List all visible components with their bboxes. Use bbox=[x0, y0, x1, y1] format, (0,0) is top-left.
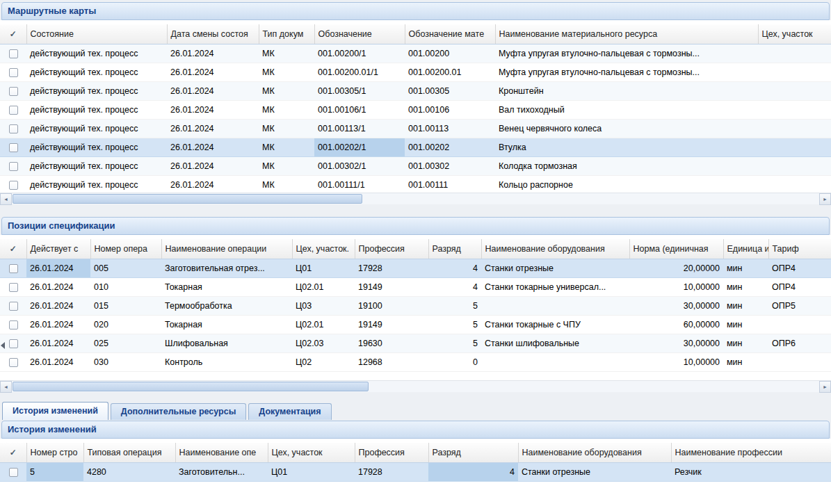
table-cell[interactable]: 020 bbox=[90, 316, 161, 334]
table-cell[interactable]: 025 bbox=[90, 334, 161, 353]
select-all-header[interactable]: ✓ bbox=[0, 24, 26, 44]
table-cell[interactable]: 5 bbox=[428, 334, 481, 353]
table-cell[interactable]: МК bbox=[259, 44, 314, 63]
table-cell[interactable]: Венец червячного колеса bbox=[495, 120, 758, 138]
table-cell[interactable]: 10,00000 bbox=[629, 353, 723, 372]
table-cell[interactable]: 001.00200 bbox=[405, 44, 495, 63]
table-cell[interactable]: 17928 bbox=[355, 259, 428, 278]
table-cell[interactable]: 19149 bbox=[355, 278, 428, 297]
table-cell[interactable]: действующий тех. процесс bbox=[26, 82, 167, 101]
row-checkbox[interactable] bbox=[9, 68, 18, 77]
scroll-right-button[interactable]: ► bbox=[819, 381, 831, 393]
row-checkbox-cell[interactable] bbox=[0, 259, 26, 278]
col-header-state-change-date[interactable]: Дата смены состоя bbox=[167, 24, 259, 44]
table-cell[interactable] bbox=[768, 353, 831, 372]
table-cell[interactable]: МК bbox=[259, 63, 314, 82]
table-cell[interactable] bbox=[481, 353, 629, 372]
row-checkbox[interactable] bbox=[9, 320, 18, 330]
table-row[interactable]: действующий тех. процесс26.01.2024МК001.… bbox=[0, 157, 831, 176]
table-cell[interactable] bbox=[758, 176, 831, 193]
table-cell[interactable]: мин bbox=[723, 259, 768, 278]
table-cell[interactable]: МК bbox=[259, 120, 314, 138]
table-cell[interactable]: 010 bbox=[90, 278, 161, 297]
col-header-unit[interactable]: Единица и bbox=[723, 239, 768, 259]
table-row[interactable]: действующий тех. процесс26.01.2024МК001.… bbox=[0, 44, 831, 63]
table-cell[interactable]: 10,00000 bbox=[629, 278, 723, 297]
table-cell[interactable]: Ц01 bbox=[292, 259, 355, 278]
table-cell[interactable]: 26.01.2024 bbox=[26, 316, 90, 334]
table-cell[interactable]: 030 bbox=[90, 353, 161, 372]
route-maps-horizontal-scrollbar[interactable]: ◄ ► bbox=[0, 193, 831, 204]
table-cell[interactable]: 26.01.2024 bbox=[26, 297, 90, 316]
table-cell[interactable]: Заготовительн... bbox=[175, 463, 268, 482]
table-cell[interactable]: действующий тех. процесс bbox=[26, 120, 167, 138]
row-checkbox-cell[interactable] bbox=[0, 463, 26, 482]
spec-positions-horizontal-scrollbar[interactable]: ◄ ► bbox=[0, 380, 831, 392]
table-cell[interactable]: МК bbox=[259, 138, 314, 157]
col-header-profession[interactable]: Профессия bbox=[355, 239, 428, 259]
collapse-panel-arrow-icon[interactable] bbox=[1, 342, 5, 349]
table-cell[interactable]: мин bbox=[723, 297, 768, 316]
col-header-grade[interactable]: Разряд bbox=[428, 443, 518, 462]
col-header-norm[interactable]: Норма (единичная bbox=[629, 239, 723, 259]
table-cell[interactable]: Муфта упругая втулочно-пальцевая с тормо… bbox=[495, 44, 758, 63]
table-row[interactable]: действующий тех. процесс26.01.2024МК001.… bbox=[0, 120, 831, 138]
table-cell[interactable]: 001.00113 bbox=[405, 120, 495, 138]
row-checkbox-cell[interactable] bbox=[0, 157, 26, 176]
table-cell[interactable]: 001.00200.01 bbox=[405, 63, 495, 82]
table-cell[interactable]: 60,00000 bbox=[629, 316, 723, 334]
table-row[interactable]: действующий тех. процесс26.01.2024МК001.… bbox=[0, 101, 831, 120]
table-cell[interactable]: 4 bbox=[428, 463, 518, 482]
col-header-grade[interactable]: Разряд bbox=[428, 239, 481, 259]
select-all-header[interactable]: ✓ bbox=[0, 239, 26, 259]
table-cell[interactable]: 26.01.2024 bbox=[167, 138, 259, 157]
table-cell[interactable]: Станки токарные универсал... bbox=[481, 278, 629, 297]
table-cell[interactable]: мин bbox=[723, 334, 768, 353]
table-cell[interactable]: ОПР5 bbox=[768, 297, 831, 316]
table-cell[interactable]: Термообработка bbox=[161, 297, 292, 316]
col-header-operation-number[interactable]: Номер опера bbox=[90, 239, 161, 259]
table-cell[interactable]: мин bbox=[723, 278, 768, 297]
row-checkbox-cell[interactable] bbox=[0, 353, 26, 372]
table-cell[interactable]: Резчик bbox=[671, 463, 831, 482]
table-cell[interactable]: Ц03 bbox=[292, 297, 355, 316]
select-all-header[interactable]: ✓ bbox=[0, 443, 26, 462]
table-cell[interactable]: ОПР6 bbox=[768, 334, 831, 353]
table-cell[interactable]: 26.01.2024 bbox=[167, 120, 259, 138]
table-row[interactable]: действующий тех. процесс26.01.2024МК001.… bbox=[0, 176, 831, 193]
row-checkbox[interactable] bbox=[9, 302, 18, 311]
table-cell[interactable]: мин bbox=[723, 353, 768, 372]
col-header-material-designation[interactable]: Обозначение мате bbox=[405, 24, 495, 44]
table-cell[interactable]: 26.01.2024 bbox=[167, 82, 259, 101]
table-cell[interactable]: Ц02 bbox=[292, 353, 355, 372]
table-cell[interactable]: действующий тех. процесс bbox=[26, 63, 167, 82]
table-cell[interactable]: 26.01.2024 bbox=[167, 157, 259, 176]
table-cell[interactable]: 001.00106 bbox=[405, 101, 495, 120]
table-cell[interactable]: действующий тех. процесс bbox=[26, 138, 167, 157]
table-cell[interactable]: 005 bbox=[90, 259, 161, 278]
col-header-designation[interactable]: Обозначение bbox=[314, 24, 405, 44]
table-cell[interactable]: 26.01.2024 bbox=[26, 334, 90, 353]
table-cell[interactable]: 001.00305/1 bbox=[314, 82, 405, 101]
table-cell[interactable]: 001.00200.01/1 bbox=[314, 63, 405, 82]
row-checkbox[interactable] bbox=[9, 339, 18, 348]
table-cell[interactable]: действующий тех. процесс bbox=[26, 44, 167, 63]
table-cell[interactable]: 19100 bbox=[355, 297, 428, 316]
col-header-operation-name[interactable]: Наименование операции bbox=[161, 239, 292, 259]
table-row[interactable]: 54280Заготовительн...Ц01179284Станки отр… bbox=[0, 463, 831, 482]
scroll-left-button[interactable]: ◄ bbox=[0, 193, 12, 205]
table-cell[interactable]: 12968 bbox=[355, 353, 428, 372]
table-cell[interactable]: Муфта упругая втулочно-пальцевая с тормо… bbox=[495, 63, 758, 82]
table-cell[interactable]: действующий тех. процесс bbox=[26, 176, 167, 193]
table-cell[interactable]: действующий тех. процесс bbox=[26, 157, 167, 176]
row-checkbox-cell[interactable] bbox=[0, 297, 26, 316]
table-cell[interactable]: Станки отрезные bbox=[481, 259, 629, 278]
row-checkbox[interactable] bbox=[9, 49, 18, 58]
table-cell[interactable]: Контроль bbox=[161, 353, 292, 372]
table-cell[interactable]: 30,00000 bbox=[629, 297, 723, 316]
col-header-state[interactable]: Состояние bbox=[26, 24, 167, 44]
table-cell[interactable]: 19630 bbox=[355, 334, 428, 353]
table-cell[interactable]: Колодка тормозная bbox=[495, 157, 758, 176]
row-checkbox[interactable] bbox=[9, 106, 18, 115]
table-row[interactable]: 26.01.2024020ТокарнаяЦ02.01191495Станки … bbox=[0, 316, 831, 334]
